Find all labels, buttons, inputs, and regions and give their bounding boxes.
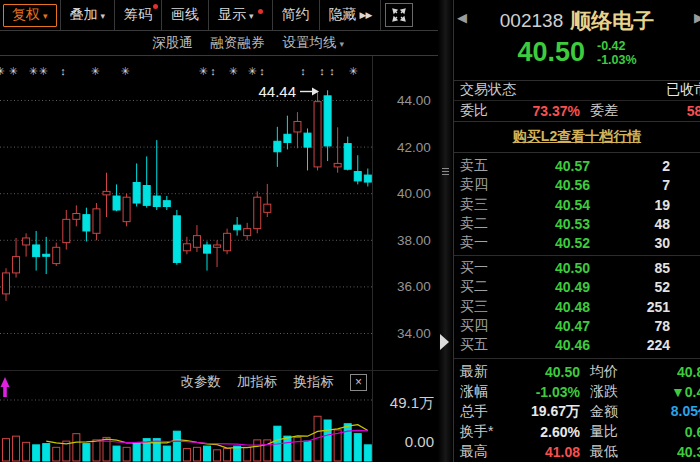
quote-panel: ◀ ▶ 002138 顺络电子 40.50 -0.42 -1.03% 交易状态 … [453,0,700,462]
chart-section: 复权 ▾ 叠加 ▾ 筹码 画线 显示 ▾ 简约 [0,0,438,462]
day-low-label: 最低 [580,443,630,461]
total-volume-value: 19.67万 [506,403,580,421]
chips-button[interactable]: 筹码 [115,0,162,30]
svg-text:34.00: 34.00 [397,326,431,341]
svg-text:✳: ✳ [348,65,357,77]
fuquan-label: 复权 [12,6,40,24]
svg-text:↕: ↕ [319,65,325,77]
turnover-rate-label: 换手* [460,423,506,441]
fuquan-button[interactable]: 复权 ▾ [3,4,57,27]
ask4-label: 卖四 [460,176,500,194]
svg-text:44.44: 44.44 [258,83,296,100]
collapse-panel-arrow-icon[interactable] [440,334,449,350]
weicha-label: 委差 [580,102,630,120]
svg-text:36.00: 36.00 [397,279,431,294]
bid-row-2[interactable]: 买二 40.49 52 [454,277,700,296]
price-change-pct: -1.03% [597,53,637,67]
svg-text:↕: ↕ [259,65,265,77]
ask4-price: 40.56 [500,177,590,193]
svg-text:40.00: 40.00 [397,186,431,201]
day-high-value: 41.08 [506,444,580,460]
ask4-vol: 7 [590,177,700,193]
draw-line-button[interactable]: 画线 [162,0,209,30]
margin-trading-label: 融资融券 [211,34,265,52]
display-button[interactable]: 显示 ▾ [209,0,273,30]
stats-block: 最新 40.50 均价 40.89 涨幅 -1.03% 涨跌 ▼0.42 总手 … [454,359,700,462]
bid-row-4[interactable]: 买四 40.47 78 [454,316,700,335]
weibi-row: 委比 73.37% 委差 584 [454,100,700,121]
shenzhen-connect-link[interactable]: 深股通 [152,34,193,52]
total-volume-label: 总手 [460,403,506,421]
margin-trading-link[interactable]: 融资融券 [211,34,265,52]
change-value: ▼0.42 [630,384,700,400]
svg-text:↕: ↕ [300,65,306,77]
indicator-toolbar: 改参数 加指标 换指标 × [181,373,368,391]
trade-status-row: 交易状态 已收市 [454,81,700,101]
bid1-price: 40.50 [500,260,590,276]
chart-toolbar: 复权 ▾ 叠加 ▾ 筹码 画线 显示 ▾ 简约 [0,0,438,31]
bid2-price: 40.49 [500,279,590,295]
bid-row-1[interactable]: 买一 40.50 85 [454,258,700,277]
turnover-amount-value: 8.05亿 [630,403,700,421]
quote-header: ◀ ▶ 002138 顺络电子 40.50 -0.42 -1.03% [454,0,700,81]
svg-text:✳: ✳ [0,65,5,77]
ask-row-3[interactable]: 卖三 40.54 19 [454,195,700,214]
close-indicator-button[interactable]: × [350,374,367,391]
svg-text:↕: ↕ [210,65,216,77]
next-stock-arrow-icon[interactable]: ▶ [694,10,700,25]
panel-divider[interactable] [438,0,453,462]
ask-row-4[interactable]: 卖四 40.56 7 [454,175,700,194]
bid2-label: 买二 [460,278,500,296]
avg-price-value: 40.89 [630,364,700,380]
bid3-label: 买三 [460,298,500,316]
bid1-vol: 85 [590,260,700,276]
latest-value: 40.50 [506,364,580,380]
ask5-label: 卖五 [460,157,500,175]
display-label: 显示 [218,6,246,24]
expand-arrows-icon [392,8,406,22]
simple-mode-label: 简约 [282,6,310,24]
change-pct-value: -1.03% [506,384,580,400]
ask2-price: 40.53 [500,216,590,232]
bid-row-3[interactable]: 买三 40.48 251 [454,297,700,316]
volume-ratio-value: 0.61 [630,424,700,440]
ask3-price: 40.54 [500,197,590,213]
svg-text:✳: ✳ [90,65,99,77]
hide-button[interactable]: 隐藏 ▶▶ [320,0,382,30]
svg-text:↕: ↕ [60,65,66,77]
trade-status-value: 已收市 [666,81,700,99]
add-indicator-button[interactable]: 加指标 [237,373,278,391]
prev-stock-arrow-icon[interactable]: ◀ [457,10,700,25]
switch-indicator-button[interactable]: 换指标 [294,373,335,391]
stats-row-turnover: 换手* 2.60% 量比 0.61 [454,422,700,442]
bid-row-5[interactable]: 买五 40.46 224 [454,336,700,355]
ask3-label: 卖三 [460,196,500,214]
notification-dot-icon [258,9,263,14]
draw-line-label: 画线 [171,6,199,24]
hide-label: 隐藏 [329,6,357,24]
bid-ask-separator [454,255,700,256]
fullscreen-button[interactable] [385,3,413,27]
avg-price-label: 均价 [580,363,630,381]
buy-l2-link[interactable]: 购买L2查看十档行情 [513,128,641,146]
price-change: -0.42 [597,39,637,53]
bid4-label: 买四 [460,317,500,335]
candlestick-chart[interactable]: 44.0042.0040.0038.0036.0034.00✳✳✳✳↕✳✳✳↕✳… [0,56,438,462]
last-price: 40.50 [517,37,585,68]
l2-promo-row: 购买L2查看十档行情 [454,121,700,153]
simple-mode-button[interactable]: 简约 [273,0,320,30]
notification-dot-icon [153,4,158,9]
kline-chart-area[interactable]: 44.0042.0040.0038.0036.0034.00✳✳✳✳↕✳✳✳↕✳… [0,56,438,462]
svg-text:✳: ✳ [198,65,207,77]
weibi-value: 73.37% [506,103,580,119]
ask-row-2[interactable]: 卖二 40.53 48 [454,214,700,233]
bid4-price: 40.47 [500,318,590,334]
overlay-label: 叠加 [70,6,98,24]
divider-grip-icon[interactable] [442,166,449,177]
stats-row-change: 涨幅 -1.03% 涨跌 ▼0.42 [454,382,700,402]
ma-settings-link[interactable]: 设置均线 ▾ [283,34,345,52]
overlay-button[interactable]: 叠加 ▾ [61,0,116,30]
ask-row-5[interactable]: 卖五 40.57 2 [454,156,700,175]
change-params-button[interactable]: 改参数 [181,373,222,391]
ask-row-1[interactable]: 卖一 40.52 30 [454,234,700,253]
